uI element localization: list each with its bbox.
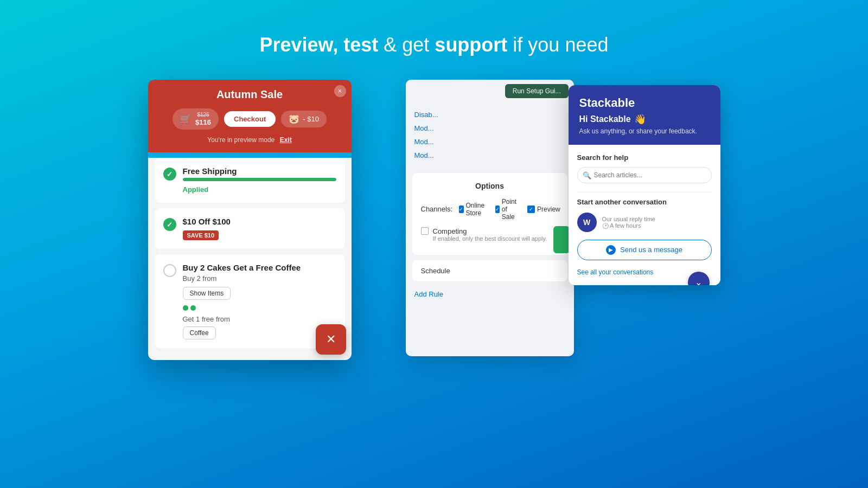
competing-label: Competing <box>433 227 547 235</box>
admin-top-bar: Run Setup Gui... <box>406 80 574 102</box>
green-confirm-button[interactable] <box>553 226 570 253</box>
admin-list: Disab... Mod... Mod... Mod... <box>406 102 574 168</box>
ten-off-item: $10 Off $100 SAVE $10 <box>155 208 345 249</box>
cart-icon: 🛒 <box>180 114 191 124</box>
cart-prices: $126 $116 <box>195 112 211 127</box>
autumn-header: × Autumn Sale 🛒 $126 $116 Checkout 🐷 - $… <box>148 80 352 153</box>
start-convo-label: Start another conversation <box>577 198 712 206</box>
reply-label: Our usual reply time <box>602 216 712 222</box>
main-content: × Autumn Sale 🛒 $126 $116 Checkout 🐷 - $… <box>148 80 720 362</box>
bogo-sub: Buy 2 from <box>183 274 336 282</box>
piggy-icon: 🐷 <box>289 114 299 124</box>
competing-row: Competing If enabled, only the best disc… <box>421 227 559 242</box>
dot-2 <box>190 305 196 311</box>
channels-row: Channels: Online Store Point of Sale Pre… <box>421 198 559 221</box>
applied-text: Applied <box>183 185 209 194</box>
wave-emoji: 👋 <box>634 113 646 125</box>
search-input-wrap: 🔍 <box>577 167 712 183</box>
online-store-check[interactable]: Online Store <box>459 202 488 217</box>
show-items-button[interactable]: Show Items <box>183 287 231 300</box>
free-shipping-check <box>163 168 176 181</box>
greeting-text: Hi Stackable <box>579 114 631 124</box>
agent-row: W Our usual reply time 🕐 A few hours <box>577 213 712 232</box>
reply-time-text: A few hours <box>610 222 641 229</box>
bogo-circle <box>163 264 176 277</box>
stackable-logo: Stackable <box>579 96 710 110</box>
schedule-label: Schedule <box>421 267 559 275</box>
new-price: $116 <box>195 118 211 127</box>
admin-panel: Run Setup Gui... Disab... Mod... Mod... … <box>406 80 574 356</box>
stackable-greeting: Hi Stackable 👋 <box>579 113 710 125</box>
agent-info: Our usual reply time 🕐 A few hours <box>602 216 712 229</box>
header-text: Preview, test & get support if you need <box>260 34 609 56</box>
coffee-button[interactable]: Coffee <box>183 326 216 339</box>
right-panel: Run Setup Gui... Disab... Mod... Mod... … <box>406 80 720 362</box>
search-input[interactable] <box>577 167 712 183</box>
online-store-label: Online Store <box>466 202 488 217</box>
ten-off-check <box>163 218 176 231</box>
preview-text: You're in preview mode <box>207 136 275 144</box>
run-setup-button[interactable]: Run Setup Gui... <box>505 84 569 98</box>
reply-time: 🕐 A few hours <box>602 222 712 229</box>
free-shipping-title: Free Shipping <box>183 166 336 176</box>
autumn-sale-panel: × Autumn Sale 🛒 $126 $116 Checkout 🐷 - $… <box>148 80 352 361</box>
progress-bar-fill <box>183 178 336 181</box>
send-message-label: Send us a message <box>620 246 682 254</box>
options-section: Options Channels: Online Store Point of … <box>412 173 567 255</box>
pos-label: Point of Sale <box>502 198 520 221</box>
stackable-header: Stackable Hi Stackable 👋 Ask us anything… <box>569 85 720 145</box>
ten-off-content: $10 Off $100 SAVE $10 <box>183 217 336 240</box>
add-rule-link[interactable]: Add Rule <box>406 286 574 303</box>
stackable-body: Search for help 🔍 Start another conversa… <box>569 145 720 285</box>
options-title: Options <box>421 182 559 190</box>
clock-icon: 🕐 <box>602 223 609 229</box>
dot-1 <box>183 305 188 311</box>
free-shipping-item: Free Shipping Applied <box>155 158 345 203</box>
discount-amount: - $10 <box>303 115 319 123</box>
agent-avatar: W <box>577 213 597 232</box>
close-button[interactable]: × <box>334 85 346 97</box>
header-support-bold: support <box>435 34 507 56</box>
admin-list-item-1[interactable]: Disab... <box>414 108 565 121</box>
admin-list-item-2[interactable]: Mod... <box>414 121 565 135</box>
competing-info: Competing If enabled, only the best disc… <box>433 227 547 242</box>
get-free-text: Get 1 free from <box>183 315 336 323</box>
send-icon: ▶ <box>606 245 616 255</box>
save-badge: SAVE $10 <box>183 230 219 240</box>
free-shipping-content: Free Shipping Applied <box>183 166 336 194</box>
channels-label: Channels: <box>421 205 453 213</box>
admin-list-item-3[interactable]: Mod... <box>414 135 565 149</box>
old-price: $126 <box>195 112 211 118</box>
cart-badge: 🛒 $126 $116 <box>173 108 219 130</box>
search-help-label: Search for help <box>577 153 712 162</box>
competing-checkbox[interactable] <box>421 227 429 235</box>
ten-off-title: $10 Off $100 <box>183 217 336 226</box>
pos-checkbox[interactable] <box>495 206 500 213</box>
preview-check[interactable]: Preview <box>527 206 560 213</box>
search-icon: 🔍 <box>583 171 591 179</box>
preview-bar: You're in preview mode Exit <box>159 136 341 146</box>
preview-label: Preview <box>537 206 560 213</box>
page-header: Preview, test & get support if you need <box>260 33 609 58</box>
red-x-button[interactable]: ✕ <box>316 324 346 355</box>
send-message-button[interactable]: ▶ Send us a message <box>577 240 712 260</box>
checkout-button[interactable]: Checkout <box>224 111 276 127</box>
competing-sub: If enabled, only the best discount will … <box>433 235 547 242</box>
divider-1 <box>577 192 712 192</box>
schedule-section: Schedule <box>412 260 567 281</box>
bogo-title: Buy 2 Cakes Get a Free Coffee <box>183 263 336 272</box>
stackable-panel: Stackable Hi Stackable 👋 Ask us anything… <box>569 85 720 285</box>
dots-row <box>183 305 336 311</box>
stackable-sub: Ask us anything, or share your feedback. <box>579 127 710 135</box>
admin-list-item-4[interactable]: Mod... <box>414 149 565 162</box>
online-store-checkbox[interactable] <box>459 206 463 213</box>
pos-check[interactable]: Point of Sale <box>495 198 520 221</box>
discount-badge: 🐷 - $10 <box>281 111 327 127</box>
autumn-title: Autumn Sale <box>159 88 341 101</box>
autumn-toolbar: 🛒 $126 $116 Checkout 🐷 - $10 <box>159 108 341 130</box>
bogo-content: Buy 2 Cakes Get a Free Coffee Buy 2 from… <box>183 263 336 339</box>
see-all-link[interactable]: See all your conversations <box>577 268 654 276</box>
preview-checkbox[interactable] <box>527 206 535 213</box>
exit-button[interactable]: Exit <box>280 136 292 144</box>
progress-bar-container <box>183 178 336 181</box>
